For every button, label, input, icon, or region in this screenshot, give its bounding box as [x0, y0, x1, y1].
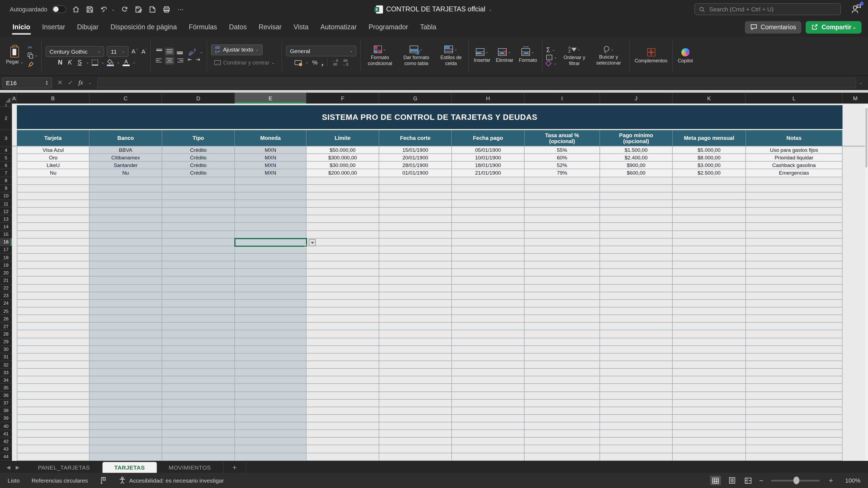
cell[interactable]: Citibanamex [90, 154, 162, 162]
cell[interactable]: BBVA [90, 147, 162, 154]
cell[interactable] [162, 438, 235, 446]
sheet-tab-panel_tarjetas[interactable]: PANEL_TARJETAS [26, 461, 102, 473]
row-header-1[interactable]: 1 [0, 104, 12, 107]
cell[interactable] [746, 422, 842, 430]
cell[interactable] [90, 384, 162, 392]
cell[interactable]: $200.000,00 [307, 169, 379, 177]
autosave-toggle[interactable] [52, 5, 66, 13]
cell[interactable] [307, 208, 379, 215]
cell[interactable] [746, 300, 842, 307]
cell[interactable] [90, 369, 162, 376]
row-header-32[interactable]: 32 [0, 361, 12, 369]
cell[interactable] [452, 300, 525, 307]
cell[interactable] [235, 446, 307, 453]
cell[interactable] [746, 430, 842, 437]
cell[interactable] [673, 422, 746, 430]
sheet-tab-movimientos[interactable]: MOVIMIENTOS [157, 461, 223, 473]
copy-icon[interactable]: ⌄ [28, 52, 38, 58]
cell[interactable] [90, 438, 162, 446]
cell[interactable] [379, 254, 452, 261]
cell[interactable]: Crédito [162, 162, 235, 169]
zoom-slider[interactable] [771, 480, 820, 481]
row-header-12[interactable]: 12 [0, 208, 12, 215]
cell[interactable] [452, 392, 525, 399]
cell[interactable] [379, 261, 452, 269]
cell[interactable] [90, 338, 162, 346]
cell[interactable] [90, 415, 162, 422]
cell[interactable] [600, 415, 673, 422]
cell[interactable] [307, 231, 379, 238]
cell[interactable] [17, 369, 90, 376]
cell[interactable]: MXN [235, 162, 307, 169]
cell[interactable] [17, 300, 90, 307]
cell[interactable] [673, 292, 746, 300]
cell[interactable] [17, 323, 90, 330]
cell[interactable] [379, 300, 452, 307]
cell[interactable] [235, 346, 307, 353]
vertical-scrollbar[interactable] [865, 104, 868, 461]
cell[interactable] [90, 392, 162, 399]
cell[interactable] [307, 346, 379, 353]
cell[interactable] [452, 208, 525, 215]
cell[interactable] [746, 399, 842, 407]
column-header-G[interactable]: G [379, 93, 452, 104]
cell[interactable] [600, 216, 673, 223]
cell[interactable] [525, 392, 600, 399]
row-header-18[interactable]: 18 [0, 254, 12, 261]
cell[interactable] [162, 446, 235, 453]
row-header-24[interactable]: 24 [0, 300, 12, 307]
cell[interactable]: $30.000,00 [307, 162, 379, 169]
cell[interactable]: Nu [90, 169, 162, 177]
cell[interactable] [746, 246, 842, 254]
wrap-text-button[interactable]: abc↵ Ajustar texto⌄ [211, 44, 262, 55]
undo-icon[interactable] [99, 5, 108, 14]
cell[interactable] [379, 338, 452, 346]
cell[interactable] [17, 277, 90, 284]
cell[interactable] [525, 446, 600, 453]
cell[interactable] [379, 223, 452, 231]
cell[interactable] [379, 453, 452, 461]
cell[interactable]: $600,00 [600, 169, 673, 177]
cell[interactable] [525, 346, 600, 353]
cell[interactable] [452, 346, 525, 353]
cell[interactable] [673, 453, 746, 461]
cell[interactable] [600, 177, 673, 185]
ribbon-tab-insertar[interactable]: Insertar [36, 19, 71, 36]
cell[interactable] [235, 216, 307, 223]
cell[interactable] [307, 223, 379, 231]
column-header-A[interactable]: A [12, 93, 17, 104]
cell[interactable] [235, 399, 307, 407]
cell[interactable] [17, 216, 90, 223]
cell[interactable] [525, 193, 600, 200]
cell[interactable] [600, 292, 673, 300]
cell[interactable] [673, 193, 746, 200]
cell[interactable] [235, 269, 307, 277]
row-header-7[interactable]: 7 [0, 169, 12, 177]
cell[interactable] [452, 216, 525, 223]
cell[interactable] [162, 361, 235, 369]
cell[interactable] [17, 246, 90, 254]
cell[interactable] [746, 438, 842, 446]
comma-format-icon[interactable]: , [321, 60, 323, 65]
cell[interactable]: 10/01/1900 [452, 154, 525, 162]
cell[interactable] [162, 185, 235, 192]
cell[interactable]: 18/01/1900 [452, 162, 525, 169]
cell[interactable] [452, 438, 525, 446]
cell[interactable] [746, 216, 842, 223]
row-header-9[interactable]: 9 [0, 185, 12, 192]
enter-icon[interactable]: ✓ [68, 79, 73, 86]
cell[interactable] [235, 231, 307, 238]
cell[interactable] [17, 392, 90, 399]
cell[interactable] [379, 384, 452, 392]
cell[interactable]: $300.000,00 [307, 154, 379, 162]
cell[interactable] [90, 453, 162, 461]
cell[interactable] [90, 354, 162, 361]
cell[interactable] [235, 453, 307, 461]
cell[interactable] [600, 261, 673, 269]
align-bottom-icon[interactable] [175, 47, 184, 55]
cell[interactable] [307, 216, 379, 223]
cell[interactable] [673, 284, 746, 292]
italic-button[interactable]: K [66, 59, 73, 66]
cell[interactable] [525, 369, 600, 376]
ribbon-tab-automatizar[interactable]: Automatizar [314, 19, 362, 36]
